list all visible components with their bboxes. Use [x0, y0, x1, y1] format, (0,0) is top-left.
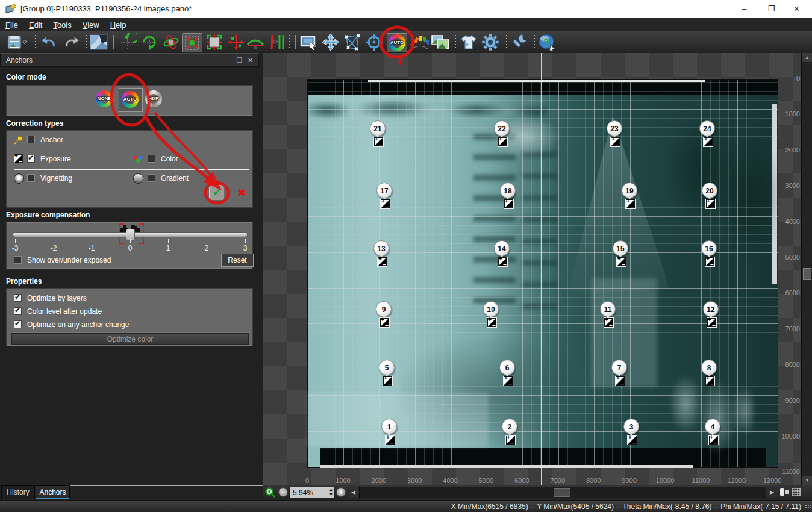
auto-color-toolbar-button[interactable]: AUTO: [387, 33, 407, 52]
anchor-number-balloon[interactable]: 1: [381, 419, 397, 434]
maximize-button[interactable]: ❐: [758, 0, 785, 18]
color-levels-button[interactable]: [410, 33, 429, 51]
anchor-number-balloon[interactable]: 15: [613, 240, 628, 256]
color-mode-auto-button[interactable]: AUTO: [119, 88, 143, 112]
anchor-number-balloon[interactable]: 21: [370, 120, 386, 136]
optimize-color-button[interactable]: Optimize color: [11, 333, 249, 345]
scroll-down-button[interactable]: ▼: [802, 476, 812, 485]
anchor-number-balloon[interactable]: 19: [622, 183, 637, 198]
close-panel-icon[interactable]: ✕: [246, 56, 255, 65]
anchor-number-balloon[interactable]: 2: [502, 419, 517, 434]
rotate-left-button[interactable]: [118, 33, 137, 51]
anchor-number-balloon[interactable]: 14: [494, 240, 510, 256]
anchor-checkbox[interactable]: [27, 136, 35, 143]
anchor-number-balloon[interactable]: 17: [376, 183, 392, 198]
toolbar-handle: [34, 35, 37, 49]
optimize-on-anchor-change-checkbox[interactable]: [14, 320, 22, 328]
anchor-number-balloon[interactable]: 22: [494, 120, 510, 136]
h-ruler-label: 4000: [436, 477, 466, 484]
apply-correction-button[interactable]: ✔: [209, 185, 225, 201]
close-button[interactable]: ✕: [783, 0, 810, 18]
tab-history[interactable]: History: [1, 485, 35, 499]
show-over-under-checkbox[interactable]: [14, 256, 22, 264]
horizontal-scrollbar[interactable]: [359, 487, 766, 498]
anchor-number-balloon[interactable]: 24: [699, 120, 715, 136]
anchor-number-balloon[interactable]: 8: [701, 360, 717, 375]
h-ruler-label: 3000: [399, 477, 429, 484]
anchor-number-balloon[interactable]: 11: [600, 301, 616, 317]
color-level-after-update-label: Color level after update: [27, 307, 102, 316]
zoom-out-button[interactable]: −: [278, 487, 288, 497]
move-view-button[interactable]: [321, 33, 340, 51]
panel-title-bar[interactable]: Anchors ❐ ✕: [0, 53, 259, 67]
anchor-number-balloon[interactable]: 3: [623, 419, 639, 434]
rotate-3d-button[interactable]: [161, 33, 181, 51]
anchor-number-balloon[interactable]: 9: [376, 301, 392, 317]
optimize-by-layers-checkbox[interactable]: [14, 294, 22, 302]
transform-button[interactable]: [182, 33, 202, 52]
color-mode-none-button[interactable]: NONE: [96, 90, 113, 107]
menu-edit[interactable]: Edit: [23, 19, 48, 31]
vignetting-checkbox[interactable]: [27, 174, 35, 182]
anchor-number-balloon[interactable]: 23: [607, 120, 622, 136]
menu-file[interactable]: File: [0, 19, 23, 31]
pano-viewport[interactable]: 0100020003000400050006000700080009000100…: [263, 53, 801, 485]
anchor-number-balloon[interactable]: 6: [499, 360, 515, 375]
menu-view[interactable]: View: [77, 19, 105, 31]
color-mode-hdr-button[interactable]: HDR: [145, 90, 162, 107]
anchor-number-balloon[interactable]: 13: [373, 240, 389, 256]
zoom-lens-icon[interactable]: [265, 487, 275, 498]
anchor-number-balloon[interactable]: 16: [701, 240, 717, 256]
save-button[interactable]: [5, 33, 29, 51]
images-button[interactable]: [431, 33, 450, 51]
minimize-button[interactable]: –: [731, 0, 758, 18]
horizontal-scrollbar-thumb[interactable]: [554, 488, 570, 497]
slider-tick: [245, 239, 246, 243]
split-view-icon[interactable]: [780, 488, 789, 496]
menu-help[interactable]: Help: [105, 19, 132, 31]
edit-images-button[interactable]: [89, 33, 108, 51]
horizon-button[interactable]: [246, 33, 265, 51]
reset-button[interactable]: Reset: [221, 254, 254, 267]
anchor-number-balloon[interactable]: 18: [500, 183, 516, 198]
vertical-scrollbar-thumb[interactable]: [803, 268, 811, 280]
anchor-number-balloon[interactable]: 7: [611, 360, 627, 375]
scroll-right-button[interactable]: ▶: [767, 487, 777, 498]
anchor-number-balloon[interactable]: 5: [379, 360, 395, 375]
zoom-level-spinner[interactable]: 5.94% ▲▼: [289, 487, 335, 498]
anchor-number-balloon[interactable]: 12: [703, 301, 719, 317]
mesh-button[interactable]: [343, 33, 362, 51]
mask-button[interactable]: [459, 33, 478, 51]
v-ruler-label: 7000: [764, 325, 800, 332]
cancel-correction-button[interactable]: ✖: [234, 186, 249, 201]
scroll-up-button[interactable]: ▲: [802, 53, 812, 62]
exposure-icon: +−: [705, 257, 714, 266]
anchor-number-balloon[interactable]: 20: [702, 183, 717, 198]
crop-button[interactable]: [205, 33, 224, 51]
menu-tools[interactable]: Tools: [48, 19, 77, 31]
undo-button[interactable]: [40, 33, 59, 51]
float-panel-icon[interactable]: ❐: [235, 56, 244, 65]
center-target-button[interactable]: [364, 33, 384, 51]
anchor-number-balloon[interactable]: 10: [483, 301, 499, 317]
anchor-number-balloon[interactable]: 4: [705, 419, 720, 434]
settings-button[interactable]: [481, 33, 500, 51]
vertical-lines-button[interactable]: [267, 33, 287, 51]
help-button[interactable]: ?: [537, 33, 557, 51]
scroll-left-button[interactable]: ◀: [348, 487, 358, 498]
gradient-checkbox[interactable]: [148, 174, 155, 182]
grid-view-icon[interactable]: [792, 488, 801, 496]
resize-grip[interactable]: [805, 504, 811, 510]
select-region-button[interactable]: [299, 33, 319, 51]
color-checkbox[interactable]: [148, 155, 155, 163]
tab-anchors[interactable]: Anchors: [36, 485, 70, 499]
anchor-points-button[interactable]: [226, 33, 246, 51]
wrench-button[interactable]: [510, 33, 529, 51]
zoom-in-button[interactable]: +: [336, 487, 346, 497]
vertical-scrollbar[interactable]: ▲ ▼: [801, 53, 812, 485]
spinner-arrows-icon[interactable]: ▲▼: [329, 487, 333, 497]
rotate-right-button[interactable]: [140, 33, 159, 51]
redo-button[interactable]: [61, 33, 81, 51]
color-level-after-update-checkbox[interactable]: [14, 307, 22, 315]
exposure-checkbox[interactable]: [27, 155, 35, 163]
